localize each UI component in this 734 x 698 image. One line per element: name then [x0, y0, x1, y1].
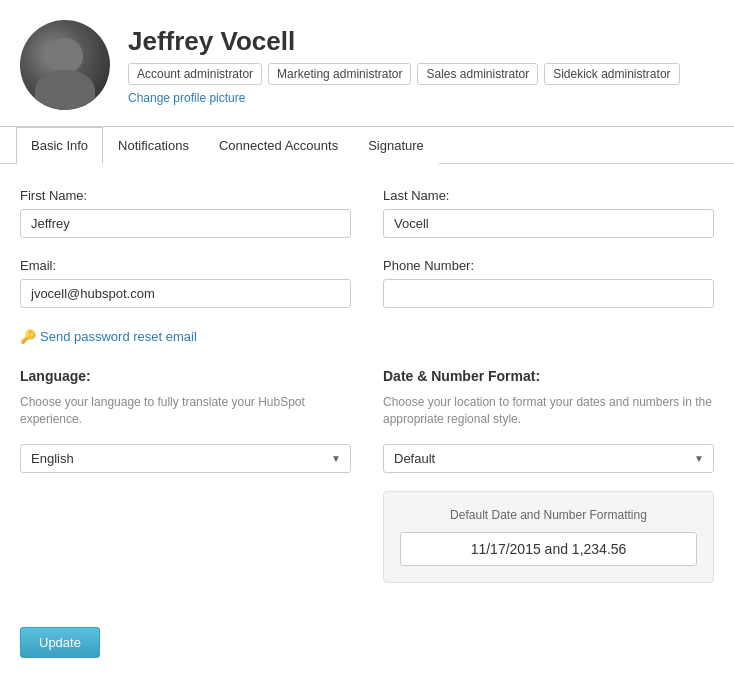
main-content: First Name: Last Name: Email: Phone Numb… [0, 164, 734, 682]
tab-basic-info[interactable]: Basic Info [16, 127, 103, 164]
badges-container: Account administratorMarketing administr… [128, 63, 680, 85]
tab-notifications[interactable]: Notifications [103, 127, 204, 164]
badge: Sidekick administrator [544, 63, 679, 85]
language-label: Language: [20, 368, 351, 384]
first-name-label: First Name: [20, 188, 351, 203]
date-format-example: 11/17/2015 and 1,234.56 [400, 532, 697, 566]
language-select[interactable]: EnglishFrenchGermanSpanishPortuguese [20, 444, 351, 473]
tab-connected-accounts[interactable]: Connected Accounts [204, 127, 353, 164]
date-format-desc: Choose your location to format your date… [383, 394, 714, 428]
language-date-row: Language: Choose your language to fully … [20, 368, 714, 583]
profile-header: Jeffrey Vocell Account administratorMark… [0, 0, 734, 126]
language-select-wrapper: EnglishFrenchGermanSpanishPortuguese ▼ [20, 444, 351, 473]
profile-name: Jeffrey Vocell [128, 26, 680, 57]
date-format-box: Default Date and Number Formatting 11/17… [383, 491, 714, 583]
first-name-input[interactable] [20, 209, 351, 238]
change-picture-link[interactable]: Change profile picture [128, 91, 680, 105]
badge: Sales administrator [417, 63, 538, 85]
phone-input[interactable] [383, 279, 714, 308]
key-icon: 🔑 [20, 329, 36, 344]
password-reset-link[interactable]: 🔑 Send password reset email [20, 329, 197, 344]
language-desc: Choose your language to fully translate … [20, 394, 351, 428]
tabs-bar: Basic InfoNotificationsConnected Account… [0, 126, 734, 164]
update-button[interactable]: Update [20, 627, 100, 658]
date-format-box-title: Default Date and Number Formatting [400, 508, 697, 522]
password-reset-label: Send password reset email [40, 329, 197, 344]
password-reset-row: 🔑 Send password reset email [20, 328, 714, 344]
email-phone-row: Email: Phone Number: [20, 258, 714, 308]
phone-label: Phone Number: [383, 258, 714, 273]
email-group: Email: [20, 258, 351, 308]
email-input[interactable] [20, 279, 351, 308]
date-format-label: Date & Number Format: [383, 368, 714, 384]
email-label: Email: [20, 258, 351, 273]
avatar [20, 20, 110, 110]
last-name-group: Last Name: [383, 188, 714, 238]
language-group: Language: Choose your language to fully … [20, 368, 351, 583]
date-format-group: Date & Number Format: Choose your locati… [383, 368, 714, 583]
date-format-select[interactable]: DefaultUSEuropean [383, 444, 714, 473]
date-format-select-wrapper: DefaultUSEuropean ▼ [383, 444, 714, 473]
first-name-group: First Name: [20, 188, 351, 238]
badge: Marketing administrator [268, 63, 411, 85]
name-row: First Name: Last Name: [20, 188, 714, 238]
phone-group: Phone Number: [383, 258, 714, 308]
tab-signature[interactable]: Signature [353, 127, 439, 164]
badge: Account administrator [128, 63, 262, 85]
profile-info: Jeffrey Vocell Account administratorMark… [128, 26, 680, 105]
last-name-label: Last Name: [383, 188, 714, 203]
last-name-input[interactable] [383, 209, 714, 238]
